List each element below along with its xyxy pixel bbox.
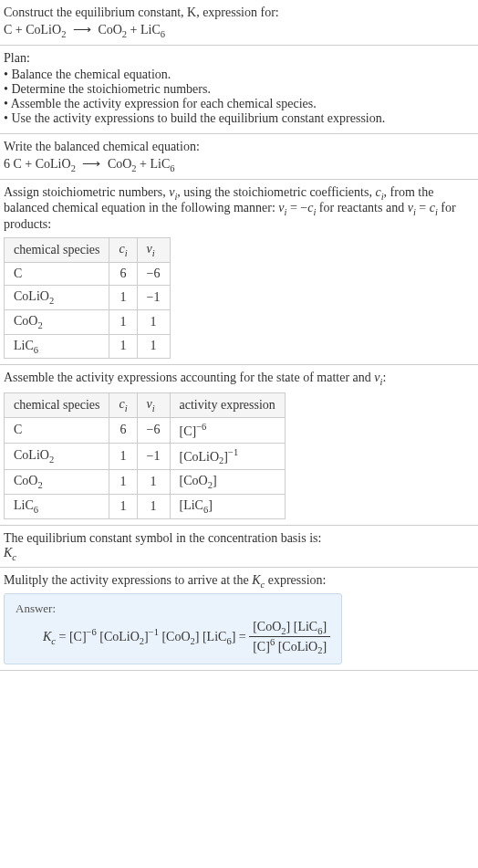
cell-ci: 1 xyxy=(109,334,137,359)
th-species: chemical species xyxy=(5,393,109,418)
table-header-row: chemical species ci νi xyxy=(5,238,171,263)
cell-ci: 1 xyxy=(109,470,137,495)
activity-table: chemical species ci νi activity expressi… xyxy=(4,392,286,519)
cell-vi: 1 xyxy=(137,309,170,334)
activity-section: Assemble the activity expressions accoun… xyxy=(0,365,478,525)
cell-species: CoO2 xyxy=(5,470,109,495)
balanced-section: Write the balanced chemical equation: 6 … xyxy=(0,134,478,180)
th-activity: activity expression xyxy=(170,393,285,418)
cell-vi: 1 xyxy=(137,494,170,518)
answer-expression: Kc = [C]−6 [CoLiO2]−1 [CoO2] [LiC6] = [C… xyxy=(16,620,330,655)
multiply-section: Mulitply the activity expressions to arr… xyxy=(0,568,478,670)
th-vi: νi xyxy=(137,238,170,263)
balanced-equation: 6 C + CoLiO2 ⟶ CoO2 + LiC6 xyxy=(4,156,474,173)
table-row: C 6 −6 [C]−6 xyxy=(5,417,286,443)
stoich-heading: Assign stoichiometric numbers, νi, using… xyxy=(4,185,474,233)
stoich-section: Assign stoichiometric numbers, νi, using… xyxy=(0,180,478,366)
cell-species: C xyxy=(5,417,109,443)
answer-label: Answer: xyxy=(16,601,330,616)
cell-species: CoLiO2 xyxy=(5,443,109,469)
cell-ci: 1 xyxy=(109,309,137,334)
cell-ci: 1 xyxy=(109,285,137,309)
table-row: LiC6 1 1 [LiC6] xyxy=(5,494,286,518)
plan-item: • Balance the chemical equation. xyxy=(4,68,474,82)
table-row: CoLiO2 1 −1 xyxy=(5,285,171,309)
cell-ci: 6 xyxy=(109,417,137,443)
cell-activity: [C]−6 xyxy=(170,417,285,443)
th-ci: ci xyxy=(109,393,137,418)
cell-vi: −1 xyxy=(137,285,170,309)
cell-activity: [CoLiO2]−1 xyxy=(170,443,285,469)
plan-heading: Plan: xyxy=(4,51,474,66)
plan-item: • Determine the stoichiometric numbers. xyxy=(4,82,474,97)
symbol-heading: The equilibrium constant symbol in the c… xyxy=(4,531,474,546)
cell-vi: 1 xyxy=(137,470,170,495)
activity-heading: Assemble the activity expressions accoun… xyxy=(4,371,474,387)
cell-species: CoO2 xyxy=(5,309,109,334)
table-row: CoLiO2 1 −1 [CoLiO2]−1 xyxy=(5,443,286,469)
table-row: C 6 −6 xyxy=(5,262,171,285)
problem-title: Construct the equilibrium constant, K, e… xyxy=(4,5,474,20)
plan-list: • Balance the chemical equation. • Deter… xyxy=(4,68,474,126)
plan-item: • Assemble the activity expression for e… xyxy=(4,97,474,111)
cell-ci: 1 xyxy=(109,443,137,469)
cell-vi: 1 xyxy=(137,334,170,359)
stoich-table: chemical species ci νi C 6 −6 CoLiO2 1 −… xyxy=(4,237,171,359)
answer-box: Answer: Kc = [C]−6 [CoLiO2]−1 [CoO2] [Li… xyxy=(4,593,342,664)
symbol-section: The equilibrium constant symbol in the c… xyxy=(0,526,478,569)
cell-vi: −6 xyxy=(137,417,170,443)
balanced-heading: Write the balanced chemical equation: xyxy=(4,140,474,154)
cell-ci: 6 xyxy=(109,262,137,285)
unbalanced-equation: C + CoLiO2 ⟶ CoO2 + LiC6 xyxy=(4,22,474,39)
multiply-heading: Mulitply the activity expressions to arr… xyxy=(4,573,474,590)
table-row: CoO2 1 1 [CoO2] xyxy=(5,470,286,495)
cell-vi: −1 xyxy=(137,443,170,469)
cell-species: LiC6 xyxy=(5,494,109,518)
table-row: LiC6 1 1 xyxy=(5,334,171,359)
cell-species: C xyxy=(5,262,109,285)
plan-item: • Use the activity expressions to build … xyxy=(4,111,474,126)
cell-species: LiC6 xyxy=(5,334,109,359)
cell-ci: 1 xyxy=(109,494,137,518)
cell-activity: [CoO2] xyxy=(170,470,285,495)
cell-vi: −6 xyxy=(137,262,170,285)
table-row: CoO2 1 1 xyxy=(5,309,171,334)
th-vi: νi xyxy=(137,393,170,418)
problem-section: Construct the equilibrium constant, K, e… xyxy=(0,0,478,46)
table-header-row: chemical species ci νi activity expressi… xyxy=(5,393,286,418)
cell-species: CoLiO2 xyxy=(5,285,109,309)
symbol-value: Kc xyxy=(4,546,474,562)
cell-activity: [LiC6] xyxy=(170,494,285,518)
th-ci: ci xyxy=(109,238,137,263)
plan-section: Plan: • Balance the chemical equation. •… xyxy=(0,46,478,134)
th-species: chemical species xyxy=(5,238,109,263)
